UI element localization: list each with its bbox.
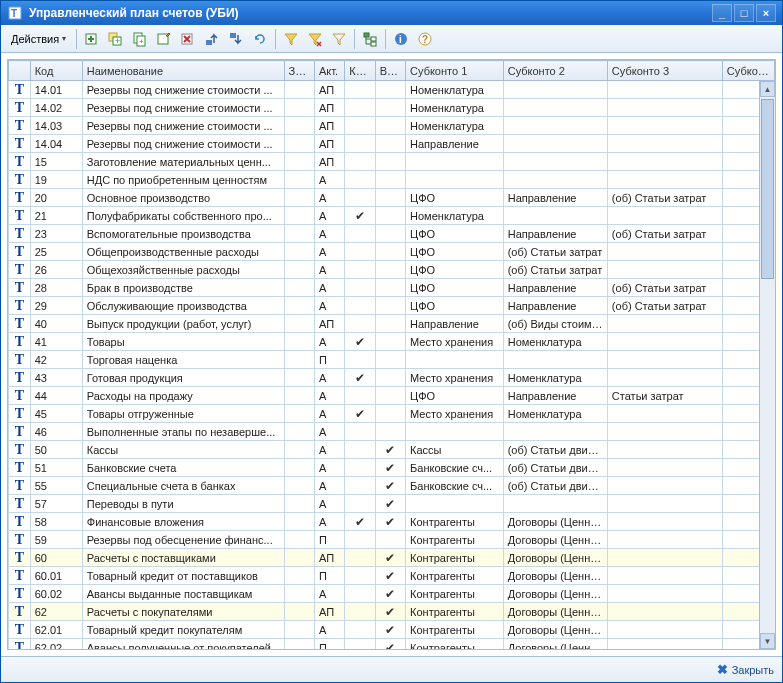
table-row[interactable]: T62.01Товарный кредит покупателямА✔Контр…	[9, 621, 775, 639]
cell-name: Брак в производстве	[82, 279, 284, 297]
col-sub3[interactable]: Субконто 3	[607, 61, 722, 81]
cell-zab	[284, 315, 314, 333]
add-group-icon[interactable]: +	[105, 28, 127, 50]
vertical-scrollbar[interactable]: ▲ ▼	[759, 81, 775, 649]
cell-sub3	[607, 315, 722, 333]
table-row[interactable]: T19НДС по приобретенным ценностямА	[9, 171, 775, 189]
table-row[interactable]: T55Специальные счета в банкахА✔Банковски…	[9, 477, 775, 495]
hier-up-icon[interactable]	[201, 28, 223, 50]
cell-sub3	[607, 369, 722, 387]
col-icon[interactable]	[9, 61, 31, 81]
cell-name: Специальные счета в банках	[82, 477, 284, 495]
table-row[interactable]: T59Резервы под обесценение финанс...ПКон…	[9, 531, 775, 549]
table-row[interactable]: T44Расходы на продажуАЦФОНаправлениеСтат…	[9, 387, 775, 405]
select-on-icon[interactable]	[304, 28, 326, 50]
actions-menu[interactable]: Действия	[5, 31, 72, 47]
cell-zab	[284, 639, 314, 650]
table-row[interactable]: T20Основное производствоАЦФОНаправление(…	[9, 189, 775, 207]
cell-sub1: Контрагенты	[406, 621, 504, 639]
cell-name: Расчеты с покупателями	[82, 603, 284, 621]
cell-code: 62.02	[30, 639, 82, 650]
close-button[interactable]: ✖ Закрыть	[717, 662, 774, 677]
table-row[interactable]: T15Заготовление материальных ценн...АП	[9, 153, 775, 171]
table-row[interactable]: T14.03Резервы под снижение стоимости ...…	[9, 117, 775, 135]
col-code[interactable]: Код	[30, 61, 82, 81]
table-row[interactable]: T51Банковские счетаА✔Банковские сч...(об…	[9, 459, 775, 477]
add-copy-icon[interactable]: +	[129, 28, 151, 50]
cell-kol	[345, 639, 375, 650]
table-row[interactable]: T62Расчеты с покупателямиАП✔КонтрагентыД…	[9, 603, 775, 621]
hier-down-icon[interactable]	[225, 28, 247, 50]
col-sub4[interactable]: Субкон...	[722, 61, 774, 81]
titlebar[interactable]: T Управленческий план счетов (УБИ) _ □ ×	[1, 1, 782, 25]
table-row[interactable]: T57Переводы в путиА✔	[9, 495, 775, 513]
add-icon[interactable]	[81, 28, 103, 50]
delete-icon[interactable]	[177, 28, 199, 50]
scroll-up-icon[interactable]: ▲	[760, 81, 775, 97]
cell-zab	[284, 495, 314, 513]
cell-sub2: Направление	[503, 387, 607, 405]
cell-name: Расходы на продажу	[82, 387, 284, 405]
table-row[interactable]: T25Общепроизводственные расходыАЦФО(об) …	[9, 243, 775, 261]
table-row[interactable]: T40Выпуск продукции (работ, услуг)АПНапр…	[9, 315, 775, 333]
maximize-button[interactable]: □	[734, 4, 754, 22]
tree-icon[interactable]	[359, 28, 381, 50]
table-row[interactable]: T41ТоварыА✔Место храненияНоменклатура	[9, 333, 775, 351]
cell-zab	[284, 207, 314, 225]
col-name[interactable]: Наименование	[82, 61, 284, 81]
col-sub1[interactable]: Субконто 1	[406, 61, 504, 81]
sep	[354, 29, 355, 49]
col-val[interactable]: Вал.	[375, 61, 405, 81]
table-row[interactable]: T14.04Резервы под снижение стоимости ...…	[9, 135, 775, 153]
table-row[interactable]: T46Выполненные этапы по незаверше...А	[9, 423, 775, 441]
cell-akt: А	[314, 621, 344, 639]
sep	[385, 29, 386, 49]
table-row[interactable]: T26Общехозяйственные расходыАЦФО(об) Ста…	[9, 261, 775, 279]
col-zab[interactable]: Заб.	[284, 61, 314, 81]
table-row[interactable]: T45Товары отгруженныеА✔Место храненияНом…	[9, 405, 775, 423]
cell-sub1	[406, 351, 504, 369]
table-row[interactable]: T14.01Резервы под снижение стоимости ...…	[9, 81, 775, 99]
table-row[interactable]: T21Полуфабрикаты собственного про...А✔Но…	[9, 207, 775, 225]
table-row[interactable]: T14.02Резервы под снижение стоимости ...…	[9, 99, 775, 117]
scroll-down-icon[interactable]: ▼	[760, 633, 775, 649]
cell-akt: А	[314, 459, 344, 477]
filter-icon[interactable]	[280, 28, 302, 50]
accounts-table[interactable]: Код Наименование Заб. Акт. Кол. Вал. Суб…	[8, 60, 775, 649]
cell-sub1: Банковские сч...	[406, 477, 504, 495]
col-kol[interactable]: Кол.	[345, 61, 375, 81]
table-row[interactable]: T60Расчеты с поставщикамиАП✔КонтрагентыД…	[9, 549, 775, 567]
table-row[interactable]: T28Брак в производствеАЦФОНаправление(об…	[9, 279, 775, 297]
cell-kol	[345, 225, 375, 243]
table-row[interactable]: T60.01Товарный кредит от поставщиковП✔Ко…	[9, 567, 775, 585]
help-icon[interactable]: ?	[414, 28, 436, 50]
table-row[interactable]: T62.02Авансы полученные от покупателейП✔…	[9, 639, 775, 650]
cell-sub2	[503, 81, 607, 99]
table-row[interactable]: T60.02Авансы выданные поставщикамА✔Контр…	[9, 585, 775, 603]
close-window-button[interactable]: ×	[756, 4, 776, 22]
table-row[interactable]: T42Торговая наценкаП	[9, 351, 775, 369]
refresh-icon[interactable]	[249, 28, 271, 50]
cell-name: Полуфабрикаты собственного про...	[82, 207, 284, 225]
table-row[interactable]: T23Вспомогательные производстваАЦФОНапра…	[9, 225, 775, 243]
cell-kol: ✔	[345, 405, 375, 423]
cell-code: 60.01	[30, 567, 82, 585]
cell-akt: А	[314, 477, 344, 495]
scroll-thumb[interactable]	[761, 99, 774, 279]
minimize-button[interactable]: _	[712, 4, 732, 22]
edit-icon[interactable]	[153, 28, 175, 50]
table-row[interactable]: T58Финансовые вложенияА✔✔КонтрагентыДого…	[9, 513, 775, 531]
table-row[interactable]: T43Готовая продукцияА✔Место храненияНоме…	[9, 369, 775, 387]
cell-code: 57	[30, 495, 82, 513]
info-icon[interactable]: i	[390, 28, 412, 50]
cell-zab	[284, 243, 314, 261]
col-sub2[interactable]: Субконто 2	[503, 61, 607, 81]
table-row[interactable]: T29Обслуживающие производстваАЦФОНаправл…	[9, 297, 775, 315]
row-type-icon: T	[9, 189, 31, 207]
cell-kol	[345, 279, 375, 297]
select-off-icon[interactable]	[328, 28, 350, 50]
cell-sub2: Договоры (Ценные ...	[503, 513, 607, 531]
table-row[interactable]: T50КассыА✔Кассы(об) Статьи движен...	[9, 441, 775, 459]
cell-name: Товарный кредит покупателям	[82, 621, 284, 639]
col-akt[interactable]: Акт.	[314, 61, 344, 81]
